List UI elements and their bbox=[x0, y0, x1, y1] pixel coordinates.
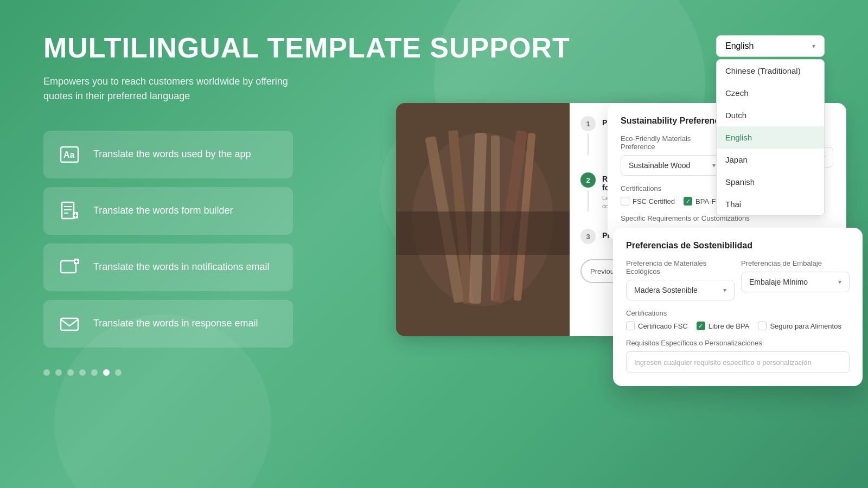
es-cert-food-checkbox[interactable] bbox=[758, 322, 767, 330]
dot-4[interactable] bbox=[79, 369, 86, 376]
es-req-textarea[interactable]: Ingresen cualquier requisito específico … bbox=[626, 351, 850, 373]
step-num-2: 2 bbox=[580, 172, 596, 188]
language-dropdown-container: English ▾ Chinese (Traditional) Czech Du… bbox=[716, 35, 825, 57]
dot-3[interactable] bbox=[67, 369, 74, 376]
es-packaging-label: Preferencias de Embalaje bbox=[741, 259, 850, 267]
chevron-down-icon: ▾ bbox=[812, 42, 815, 50]
es-cert-food-item: Seguro para Alimentos bbox=[758, 322, 841, 330]
mockup-area: English ▾ Chinese (Traditional) Czech Du… bbox=[380, 0, 868, 488]
es-cert-bpa-item: Libre de BPA bbox=[697, 322, 750, 330]
feature-card-response-email: Translate the words in response email bbox=[43, 300, 293, 348]
en-eco-select[interactable]: Sustainable Wood ▾ bbox=[621, 155, 724, 176]
es-panel-title: Preferencias de Sostenibilidad bbox=[626, 241, 850, 251]
dot-6[interactable] bbox=[103, 369, 110, 376]
es-req-placeholder: Ingresen cualquier requisito específico … bbox=[634, 358, 812, 367]
cert-bpa-checkbox[interactable] bbox=[684, 197, 692, 206]
language-selected-label: English bbox=[725, 41, 754, 51]
feature-card-form-builder: Translate the words form builder bbox=[43, 187, 293, 235]
lang-option-spanish[interactable]: Spanish bbox=[717, 171, 824, 193]
en-eco-value: Sustainable Wood bbox=[629, 161, 690, 170]
chevron-down-icon-es: ▾ bbox=[723, 286, 726, 294]
es-checkboxes: Certificado FSC Libre de BPA Seguro para… bbox=[626, 322, 850, 330]
feature-text-app: Translate the words used by the app bbox=[93, 148, 251, 160]
svg-text:Aa: Aa bbox=[63, 150, 75, 159]
lang-option-japan[interactable]: Japan bbox=[717, 149, 824, 171]
form-icon bbox=[56, 198, 82, 224]
lang-option-dutch[interactable]: Dutch bbox=[717, 104, 824, 126]
dot-2[interactable] bbox=[55, 369, 62, 376]
feature-card-app-words: Aa Translate the words used by the app bbox=[43, 131, 293, 178]
dot-7[interactable] bbox=[115, 369, 122, 376]
lang-option-czech[interactable]: Czech bbox=[717, 82, 824, 104]
chevron-down-icon: ▾ bbox=[712, 162, 716, 169]
chevron-down-icon-es2: ▾ bbox=[838, 278, 841, 286]
en-eco-label: Eco-Friendly Materials Preference bbox=[621, 134, 724, 151]
es-cert-bpa-label: Libre de BPA bbox=[709, 322, 750, 330]
lang-option-english[interactable]: English bbox=[717, 126, 824, 149]
form-image bbox=[396, 103, 570, 336]
es-field-row: Preferencia de Materiales Ecológicos Mad… bbox=[626, 259, 850, 300]
svg-rect-22 bbox=[396, 211, 570, 255]
lang-option-thai[interactable]: Thai bbox=[717, 193, 824, 215]
es-cert-food-label: Seguro para Alimentos bbox=[770, 322, 841, 330]
language-dropdown-button[interactable]: English ▾ bbox=[716, 35, 825, 57]
es-eco-label: Preferencia de Materiales Ecológicos bbox=[626, 259, 735, 275]
cert-fsc-item: FSC Certified bbox=[621, 197, 675, 206]
page-subtitle: Empowers you to reach customers worldwid… bbox=[43, 74, 304, 104]
email-icon bbox=[56, 311, 82, 337]
es-eco-value: Madera Sostenible bbox=[634, 286, 698, 294]
feature-list: Aa Translate the words used by the app T… bbox=[43, 131, 293, 348]
dot-5[interactable] bbox=[91, 369, 98, 376]
lang-option-chinese[interactable]: Chinese (Traditional) bbox=[717, 60, 824, 82]
svg-rect-13 bbox=[61, 318, 78, 330]
feature-text-form: Translate the words form builder bbox=[93, 204, 233, 217]
es-eco-select[interactable]: Madera Sostenible ▾ bbox=[626, 280, 735, 300]
feature-text-notifications: Translate the words in notifications ema… bbox=[93, 261, 269, 273]
text-icon: Aa bbox=[56, 142, 82, 168]
form-panel-spanish: Preferencias de Sostenibilidad Preferenc… bbox=[613, 228, 863, 386]
es-packaging-select[interactable]: Embalaje Mínimo ▾ bbox=[741, 272, 850, 292]
es-cert-fsc-item: Certificado FSC bbox=[626, 322, 688, 330]
es-cert-fsc-label: Certificado FSC bbox=[638, 322, 688, 330]
es-packaging-value: Embalaje Mínimo bbox=[749, 278, 808, 286]
feature-text-email: Translate the words in response email bbox=[93, 317, 258, 330]
language-dropdown-menu: Chinese (Traditional) Czech Dutch Englis… bbox=[716, 59, 825, 216]
svg-rect-9 bbox=[61, 261, 76, 273]
es-cert-fsc-checkbox[interactable] bbox=[626, 322, 635, 330]
step-num-1: 1 bbox=[580, 116, 596, 131]
step-num-3: 3 bbox=[580, 229, 596, 244]
es-cert-label: Certifications bbox=[626, 309, 850, 317]
es-req-label: Requisitos Específicos o Personalizacion… bbox=[626, 339, 850, 347]
cert-fsc-checkbox[interactable] bbox=[621, 197, 629, 206]
es-cert-bpa-checkbox[interactable] bbox=[697, 322, 705, 330]
feature-card-notifications: Translate the words in notifications ema… bbox=[43, 243, 293, 291]
cert-fsc-label: FSC Certified bbox=[633, 197, 675, 206]
dot-1[interactable] bbox=[43, 369, 50, 376]
notification-icon bbox=[56, 254, 82, 280]
